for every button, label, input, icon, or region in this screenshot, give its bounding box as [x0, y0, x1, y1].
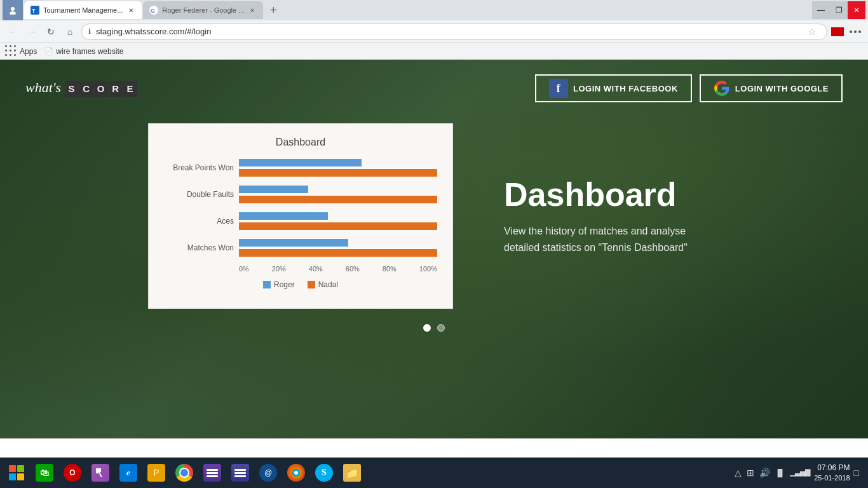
- logo-score: S C O R E: [65, 81, 137, 97]
- maximize-button[interactable]: ❐: [830, 1, 848, 19]
- chart-legend: Roger Nadal: [164, 280, 437, 289]
- flag-icon: [831, 27, 844, 36]
- x-tick-40: 40%: [309, 265, 323, 273]
- bar-bpw-orange: [239, 169, 437, 177]
- apps-label: Apps: [20, 47, 37, 56]
- legend-label-roger: Roger: [274, 280, 295, 289]
- slide-dots: [0, 324, 868, 332]
- logo-letter-s: S: [65, 81, 79, 97]
- back-button[interactable]: ←: [5, 24, 20, 39]
- start-button[interactable]: [4, 460, 29, 485]
- home-button[interactable]: ⌂: [62, 24, 78, 39]
- taskbar-firefox-app[interactable]: [283, 460, 309, 485]
- opera-icon: O: [64, 464, 81, 482]
- website-content: what's S C O R E f LOGIN WITH FACEBOOK: [0, 60, 868, 438]
- taskbar-chrome-app[interactable]: [172, 460, 197, 485]
- browser-menu-button[interactable]: [848, 24, 863, 39]
- bar-aces-orange: [239, 222, 437, 230]
- x-tick-20: 20%: [272, 265, 286, 273]
- address-text: staging.whatsscore.com/#/login: [96, 27, 211, 36]
- svg-point-0: [11, 7, 15, 11]
- svg-point-1: [10, 11, 16, 15]
- dashboard-description: View the history of matches and analyse …: [504, 223, 720, 255]
- facebook-login-button[interactable]: f LOGIN WITH FACEBOOK: [535, 74, 692, 102]
- browser-tab-2[interactable]: G Roger Federer - Google ... ✕: [143, 1, 263, 19]
- facebook-icon: f: [549, 79, 568, 98]
- svg-text:G: G: [151, 8, 155, 14]
- minimize-button[interactable]: —: [812, 1, 830, 19]
- tray-up-arrow-icon[interactable]: △: [735, 468, 742, 478]
- eclipse2-icon: [231, 464, 249, 482]
- forward-button[interactable]: →: [24, 24, 39, 39]
- tray-time-display: 07:06 PM: [817, 463, 850, 473]
- taskbar-folder-app[interactable]: 📁: [339, 460, 365, 485]
- new-tab-button[interactable]: +: [264, 1, 282, 19]
- tab2-favicon: G: [149, 6, 158, 15]
- chart-bars-bpw: [239, 158, 437, 177]
- firefox-icon: [287, 464, 305, 482]
- bar-mw-blue: [239, 239, 348, 247]
- bar-aces-blue: [239, 212, 328, 220]
- browser-tab-1[interactable]: T Tournament Manageme... ✕: [24, 1, 142, 19]
- taskbar-opera-app[interactable]: O: [60, 460, 85, 485]
- dashboard-heading: Dashboard: [504, 177, 720, 213]
- wireframes-bookmark[interactable]: 📄 wire frames website: [44, 47, 123, 56]
- chart-row-df: Double Faults: [164, 185, 437, 204]
- reload-button[interactable]: ↻: [43, 24, 58, 39]
- tray-network-icon[interactable]: ⊞: [747, 468, 754, 478]
- pandora-icon: P: [147, 464, 165, 482]
- logo-letter-c: C: [79, 81, 93, 97]
- skype-icon: S: [315, 464, 333, 482]
- close-button[interactable]: ✕: [848, 1, 865, 19]
- taskbar-rwt-app[interactable]: [88, 460, 113, 485]
- dashboard-info: Dashboard View the history of matches an…: [504, 177, 720, 255]
- google-login-button[interactable]: LOGIN WITH GOOGLE: [700, 74, 843, 102]
- tab2-close-button[interactable]: ✕: [248, 6, 257, 15]
- tray-icons: △ ⊞ 🔊 ▐▌ ▁▃▅▇: [735, 468, 811, 478]
- system-tray: △ ⊞ 🔊 ▐▌ ▁▃▅▇ 07:06 PM 25-01-2018 □: [735, 463, 864, 482]
- taskbar-skype-app[interactable]: S: [311, 460, 337, 485]
- tray-date-display: 25-01-2018: [814, 473, 850, 482]
- taskbar-bluecircle-app[interactable]: @: [255, 460, 281, 485]
- tray-clock[interactable]: 07:06 PM 25-01-2018: [814, 463, 850, 482]
- chart-label-mw: Matches Won: [164, 243, 234, 252]
- slide-dot-1[interactable]: [423, 324, 431, 332]
- chrome-icon: [175, 464, 193, 482]
- facebook-login-label: LOGIN WITH FACEBOOK: [573, 84, 678, 93]
- store-icon: 🛍: [36, 464, 53, 482]
- address-input[interactable]: ℹ staging.whatsscore.com/#/login ☆: [81, 24, 827, 40]
- ie-icon: e: [119, 464, 137, 482]
- google-icon: [714, 80, 730, 97]
- taskbar-store-app[interactable]: 🛍: [32, 460, 57, 485]
- x-tick-60: 60%: [346, 265, 360, 273]
- eclipse1-icon: [203, 464, 221, 482]
- tray-volume-icon[interactable]: 🔊: [759, 468, 770, 478]
- taskbar-ie-app[interactable]: e: [116, 460, 141, 485]
- windows-icon: [9, 465, 24, 480]
- taskbar: 🛍 O e P: [0, 458, 868, 488]
- chart-card: Dashboard Break Points Won Double Faults: [148, 123, 453, 309]
- svg-text:T: T: [32, 8, 36, 14]
- logo-letter-r: R: [109, 81, 123, 97]
- legend-item-roger: Roger: [263, 280, 295, 289]
- star-icon[interactable]: ☆: [804, 27, 820, 37]
- address-bar-row: ← → ↻ ⌂ ℹ staging.whatsscore.com/#/login…: [0, 20, 868, 43]
- site-header: what's S C O R E f LOGIN WITH FACEBOOK: [0, 60, 868, 117]
- apps-bookmark[interactable]: Apps: [5, 45, 37, 57]
- chart-label-df: Double Faults: [164, 190, 234, 199]
- taskbar-eclipse1-app[interactable]: [200, 460, 225, 485]
- bar-df-blue: [239, 186, 308, 193]
- google-login-label: LOGIN WITH GOOGLE: [735, 84, 829, 93]
- bar-bpw-blue: [239, 159, 362, 166]
- slide-dot-2[interactable]: [437, 324, 445, 332]
- apps-grid-icon: [5, 45, 17, 57]
- tab1-close-button[interactable]: ✕: [126, 6, 135, 15]
- action-center-icon[interactable]: □: [854, 468, 859, 478]
- taskbar-eclipse2-app[interactable]: [227, 460, 253, 485]
- taskbar-pandora-app[interactable]: P: [144, 460, 169, 485]
- tray-battery-icon[interactable]: ▐▌: [775, 469, 785, 477]
- browser-profile-icon[interactable]: [3, 0, 23, 20]
- page-icon: 📄: [44, 47, 53, 55]
- wireframes-label: wire frames website: [56, 47, 123, 56]
- tray-signal-icon[interactable]: ▁▃▅▇: [790, 468, 810, 477]
